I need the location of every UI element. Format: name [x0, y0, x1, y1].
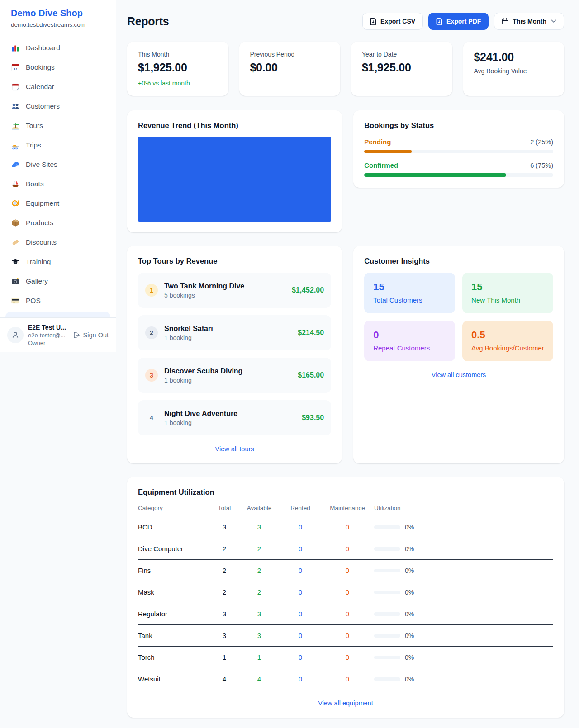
- equipment-available: 2: [238, 588, 280, 596]
- dive-mask-icon: [11, 199, 20, 208]
- sidebar-item-pos[interactable]: POS: [5, 293, 110, 309]
- nav-label: Dashboard: [26, 44, 60, 52]
- tour-amount: $1,452.00: [292, 286, 324, 294]
- reports-page: Demo Dive Shop demo.test.divestreams.com…: [0, 0, 579, 728]
- sidebar-item-equipment[interactable]: Equipment: [5, 195, 110, 212]
- sidebar-item-dive-sites[interactable]: Dive Sites: [5, 156, 110, 173]
- tour-name: Discover Scuba Diving: [164, 367, 242, 375]
- sidebar-item-training[interactable]: Training: [5, 254, 110, 270]
- page-header: Reports Export CSV Export PDF This Month: [127, 13, 564, 30]
- table-row: BCD 3 3 0 0 0%: [138, 516, 553, 538]
- list-item: 3 Discover Scuba Diving 1 booking $165.0…: [138, 358, 331, 393]
- period-dropdown[interactable]: This Month: [494, 13, 564, 30]
- list-item: 4 Night Dive Adventure 1 booking $93.50: [138, 400, 331, 435]
- column-header: Available: [238, 505, 280, 511]
- equipment-category: BCD: [138, 523, 210, 531]
- equipment-available: 3: [238, 523, 280, 531]
- nav-label: Bookings: [26, 63, 55, 71]
- user-panel: E2E Test U... e2e-tester@... Owner Sign …: [0, 317, 116, 352]
- equipment-total: 2: [210, 567, 238, 574]
- sidebar-item-trips[interactable]: Trips: [5, 137, 110, 153]
- column-header: Total: [210, 505, 238, 511]
- table-row: Mask 2 2 0 0 0%: [138, 581, 553, 603]
- nav-label: Boats: [26, 180, 44, 188]
- equipment-maintenance: 0: [321, 588, 374, 596]
- sidebar-item-discounts[interactable]: Discounts: [5, 234, 110, 251]
- sidebar-item-boats[interactable]: Boats: [5, 176, 110, 192]
- equipment-maintenance: 0: [321, 523, 374, 531]
- insight-box: 0 Repeat Customers: [364, 321, 455, 361]
- insight-box: 15 Total Customers: [364, 273, 455, 313]
- insights-grid: 15 Total Customers 15 New This Month 0 R…: [364, 273, 553, 361]
- list-item: 1 Two Tank Morning Dive 5 bookings $1,45…: [138, 273, 331, 308]
- sidebar-item-tours[interactable]: Tours: [5, 118, 110, 134]
- sidebar-item-bookings[interactable]: Bookings: [5, 59, 110, 76]
- equipment-total: 1: [210, 653, 238, 661]
- column-header: Utilization: [374, 505, 553, 511]
- file-download-icon: [370, 18, 377, 25]
- tour-amount: $214.50: [298, 329, 324, 337]
- utilization-percent: 0%: [405, 676, 414, 683]
- island-icon: [11, 121, 20, 130]
- sidebar-item-products[interactable]: Products: [5, 215, 110, 231]
- equipment-category: Fins: [138, 567, 210, 574]
- status-label: Confirmed: [364, 161, 398, 169]
- nav-label: Products: [26, 219, 53, 227]
- status-row: Confirmed 6 (75%): [364, 161, 553, 177]
- sidebar-item-customers[interactable]: Customers: [5, 98, 110, 114]
- user-role: Owner: [28, 340, 69, 346]
- utilization-percent: 0%: [405, 589, 414, 596]
- stat-delta: +0% vs last month: [138, 80, 218, 87]
- credit-card-icon: [11, 296, 20, 305]
- equipment-category: Dive Computer: [138, 545, 210, 553]
- stat-label: Previous Period: [250, 51, 330, 58]
- equipment-total: 3: [210, 632, 238, 639]
- utilization-percent: 0%: [405, 632, 414, 639]
- nav-label: Customers: [26, 102, 60, 110]
- customer-insights-card: Customer Insights 15 Total Customers 15 …: [353, 246, 564, 463]
- equipment-category: Torch: [138, 653, 210, 661]
- sidebar-item-dashboard[interactable]: Dashboard: [5, 40, 110, 56]
- nav-label: POS: [26, 297, 41, 305]
- revenue-trend-card: Revenue Trend (This Month): [127, 110, 342, 232]
- sidebar-item-calendar[interactable]: Calendar: [5, 79, 110, 95]
- revenue-trend-title: Revenue Trend (This Month): [138, 121, 331, 130]
- equipment-table-header: Category Total Available Rented Maintena…: [138, 505, 553, 516]
- status-count: 6 (75%): [530, 162, 553, 169]
- customer-insights-title: Customer Insights: [364, 257, 553, 265]
- equipment-available: 4: [238, 675, 280, 683]
- bookings-by-status-card: Bookings by Status Pending 2 (25%): [353, 110, 564, 188]
- charts-row: Revenue Trend (This Month) Bookings by S…: [127, 110, 564, 232]
- nav-label: Gallery: [26, 277, 48, 285]
- view-all-equipment-link[interactable]: View all equipment: [138, 700, 553, 707]
- people-icon: [11, 102, 20, 111]
- bookings-by-status-title: Bookings by Status: [364, 121, 553, 130]
- equipment-maintenance: 0: [321, 675, 374, 683]
- utilization-bar: [374, 591, 400, 594]
- sign-out-button[interactable]: Sign Out: [73, 331, 109, 339]
- view-all-tours-link[interactable]: View all tours: [138, 445, 331, 453]
- sidebar-item-reports-partial[interactable]: [5, 312, 110, 317]
- calendar-icon: [502, 18, 509, 25]
- bar-chart-icon: [11, 43, 20, 52]
- equipment-maintenance: 0: [321, 653, 374, 661]
- equipment-category: Wetsuit: [138, 675, 210, 683]
- table-row: Fins 2 2 0 0 0%: [138, 560, 553, 581]
- stat-card-previous-period: Previous Period $0.00: [239, 42, 341, 96]
- table-row: Regulator 3 3 0 0 0%: [138, 603, 553, 625]
- export-csv-button[interactable]: Export CSV: [362, 13, 423, 30]
- table-row: Dive Computer 2 2 0 0 0%: [138, 538, 553, 560]
- sidebar: Demo Dive Shop demo.test.divestreams.com…: [0, 0, 116, 352]
- status-bar-fill: [364, 173, 506, 177]
- top-tours-card: Top Tours by Revenue 1 Two Tank Morning …: [127, 246, 342, 463]
- export-pdf-button[interactable]: Export PDF: [428, 13, 489, 30]
- equipment-total: 4: [210, 675, 238, 683]
- view-all-customers-link[interactable]: View all customers: [364, 371, 553, 378]
- utilization-bar: [374, 634, 400, 638]
- status-bar-fill: [364, 150, 411, 153]
- sidebar-item-gallery[interactable]: Gallery: [5, 273, 110, 289]
- insight-value: 15: [373, 281, 446, 293]
- equipment-category: Mask: [138, 588, 210, 596]
- rank-badge: 2: [145, 326, 158, 339]
- insight-value: 15: [471, 281, 544, 293]
